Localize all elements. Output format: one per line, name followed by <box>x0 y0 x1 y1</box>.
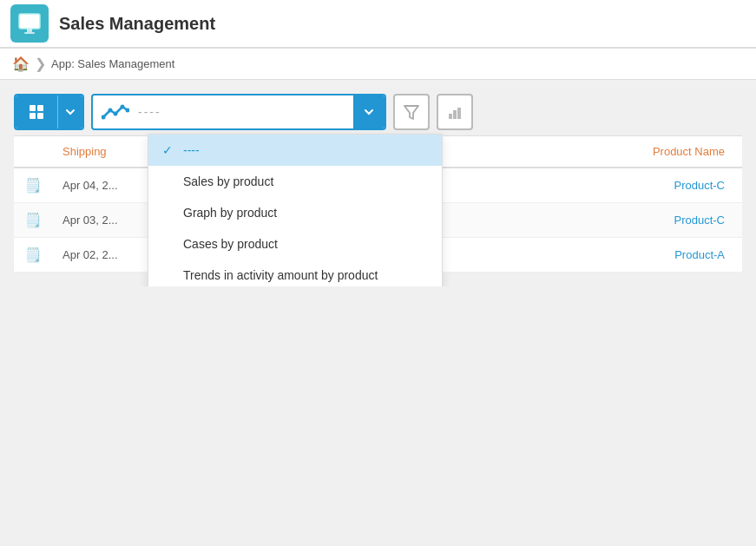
chart-view-button[interactable] <box>437 94 473 130</box>
main-content: ---- ✓ ---- <box>0 80 756 286</box>
check-icon: ✓ <box>162 143 176 157</box>
svg-rect-14 <box>449 114 452 119</box>
svg-rect-5 <box>37 105 43 111</box>
svg-rect-7 <box>37 113 43 119</box>
app-icon <box>10 4 49 43</box>
dropdown-item-trends-activity[interactable]: Trends in activity amount by product <box>148 260 442 286</box>
svg-rect-6 <box>30 113 36 119</box>
svg-point-11 <box>121 105 125 109</box>
dropdown-item-graph-by-product[interactable]: Graph by product <box>148 197 442 228</box>
bar-chart-icon <box>446 103 463 121</box>
row-icon: 🗒️ <box>14 238 52 273</box>
svg-rect-4 <box>30 105 36 111</box>
trend-icon <box>102 102 129 122</box>
home-icon[interactable]: 🏠 <box>12 56 30 72</box>
toolbar: ---- ✓ ---- <box>14 94 742 130</box>
filter-button[interactable] <box>393 94 430 130</box>
file-icon: 🗒️ <box>24 178 42 193</box>
file-icon: 🗒️ <box>24 213 42 227</box>
monitor-chart-icon <box>17 11 42 36</box>
chart-selector[interactable]: ---- <box>91 94 386 130</box>
svg-point-10 <box>114 112 118 116</box>
filter-icon <box>403 103 420 121</box>
grid-icon <box>28 103 45 121</box>
breadcrumb: 🏠 ❯ App: Sales Management <box>0 49 756 80</box>
svg-rect-3 <box>24 32 35 34</box>
svg-rect-15 <box>453 110 457 119</box>
dropdown-item-cases-by-product[interactable]: Cases by product <box>148 228 442 260</box>
dropdown-item-blank[interactable]: ✓ ---- <box>148 135 442 166</box>
file-icon: 🗒️ <box>24 247 42 262</box>
app-title: Sales Management <box>59 14 215 34</box>
chevron-down-icon-2 <box>364 107 374 117</box>
breadcrumb-path: App: Sales Management <box>51 57 174 70</box>
dropdown-item-sales-by-product[interactable]: Sales by product <box>148 166 442 197</box>
chart-dropdown-menu: ✓ ---- Sales by product Graph by product… <box>148 134 443 286</box>
chevron-down-icon <box>65 107 76 117</box>
grid-view-button[interactable] <box>16 95 57 128</box>
col-header-icon <box>14 136 52 168</box>
row-icon: 🗒️ <box>14 203 52 238</box>
row-icon: 🗒️ <box>14 168 52 203</box>
breadcrumb-separator: ❯ <box>35 56 46 72</box>
svg-rect-16 <box>457 108 461 119</box>
svg-rect-2 <box>27 29 32 32</box>
chart-line-icon <box>93 102 138 122</box>
svg-point-9 <box>108 109 113 113</box>
view-toggle-group <box>14 94 84 130</box>
chart-selector-value: ---- <box>138 105 353 119</box>
chart-selector-dropdown-button[interactable] <box>353 95 385 128</box>
svg-marker-13 <box>404 106 418 119</box>
app-header: Sales Management <box>0 0 756 49</box>
view-toggle-dropdown-button[interactable] <box>57 95 82 128</box>
